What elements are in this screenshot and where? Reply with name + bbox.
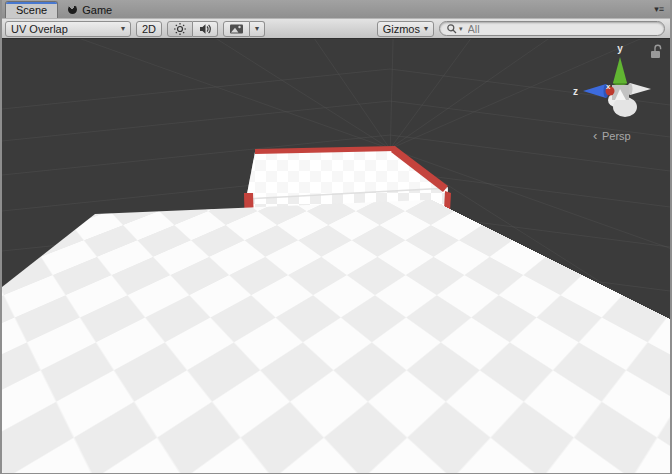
tab-bar: Scene Game ▾≡ [2,0,670,18]
unlock-icon[interactable] [651,45,661,58]
gizmo-axis-z[interactable] [583,84,609,98]
speaker-icon [198,22,212,36]
game-icon [68,5,77,14]
search-filter-arrow-icon[interactable]: ▾ [459,25,463,33]
tab-scene[interactable]: Scene [5,1,58,18]
2d-toggle-button[interactable]: 2D [136,21,162,37]
effects-group: ▾ [223,21,265,37]
chevron-down-icon: ▾ [424,24,428,33]
projection-toggle[interactable]: ‹ Persp [593,128,631,143]
gizmos-label: Gizmos [383,23,420,35]
gizmo-axis-x-label: x [606,82,611,91]
chevron-down-icon: ▾ [121,24,125,33]
cube-top-front-edge [246,188,448,199]
gizmo-axis-x[interactable]: x [606,82,615,96]
panel-menu-icon[interactable]: ▾≡ [654,4,670,14]
image-icon [229,22,244,36]
audio-toggle-button[interactable] [193,21,218,37]
tab-game[interactable]: Game [58,1,122,18]
scene-panel-window: Scene Game ▾≡ UV Overlap ▾ 2D [0,0,672,474]
scene-toolbar: UV Overlap ▾ 2D [2,18,670,39]
effects-toggle-button[interactable] [223,21,250,37]
lighting-toggle-button[interactable] [167,21,193,37]
persp-arrow-icon: ‹ [593,128,597,143]
effects-dropdown-arrow[interactable]: ▾ [250,21,265,37]
gizmos-dropdown[interactable]: Gizmos ▾ [377,21,434,37]
magnifier-icon [446,23,458,35]
sun-icon [173,22,187,36]
projection-label: Persp [602,130,631,142]
chevron-down-icon: ▾ [255,24,259,33]
scene-search[interactable]: ▾ [439,21,665,36]
scene-viewport[interactable]: x y z ‹ Persp [2,39,670,473]
view-orientation-gizmo[interactable]: x y z [573,43,651,117]
gizmo-axis-right[interactable] [628,83,652,95]
gizmo-axis-z-label[interactable]: z [573,86,578,97]
active-tab-accent [6,2,57,4]
tab-scene-label: Scene [16,4,47,16]
scene-overlay: x y z ‹ Persp [2,39,670,473]
gizmo-axis-y[interactable] [613,57,627,86]
scene-search-input[interactable] [466,22,658,36]
draw-mode-value: UV Overlap [11,23,68,35]
tab-game-label: Game [82,4,112,16]
gizmo-axis-y-label[interactable]: y [617,43,623,54]
draw-mode-dropdown[interactable]: UV Overlap ▾ [5,21,131,37]
uv-overlap-highlights [244,146,451,371]
view-toggles-group [167,21,218,37]
